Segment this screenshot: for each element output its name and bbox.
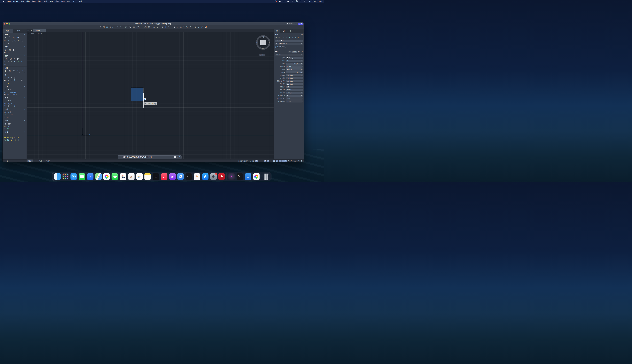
thickness-tool-icon[interactable]: ↕ <box>14 102 16 104</box>
space-dropdown[interactable]: 模型空间 ▼ <box>275 54 302 56</box>
section-header-text[interactable]: ▼文字⚙ <box>4 86 26 88</box>
menu-item-6[interactable]: 绘图 <box>54 0 60 2</box>
share-command-icon[interactable] <box>179 156 180 158</box>
insert-block-tool-icon[interactable]: ▭❐ <box>8 57 12 60</box>
gear-icon[interactable]: ⚙ <box>24 86 26 87</box>
oblique-tool-icon[interactable]: ╳ <box>14 105 16 107</box>
autoscale-toggle[interactable]: ♙ <box>287 160 290 162</box>
check-dimension-tool-icon[interactable]: ✔ <box>10 105 13 107</box>
show-layer-list[interactable]: ❯ 显示图层列表 <box>274 45 304 49</box>
linear-parameter-tool-icon[interactable]: ⊢ <box>4 133 7 136</box>
undo-icon[interactable]: ↶ <box>117 26 118 28</box>
menu-item-8[interactable]: 修改 <box>66 0 72 2</box>
rotation-parameter-tool-icon[interactable]: ↻↔ <box>14 137 16 139</box>
page-setup-icon[interactable]: ▤✎ <box>136 26 140 28</box>
save-icon[interactable]: ▦ <box>106 26 108 28</box>
replace-block-tool-icon[interactable]: ⇄ <box>4 64 6 66</box>
prop-field-color[interactable]: ByLayer▼ <box>286 57 302 59</box>
print-icon[interactable]: ▤ <box>125 26 127 28</box>
prop-field-linetype[interactable]: ByLayer▼ <box>286 62 302 65</box>
wcs-menu[interactable]: WCS ▽ <box>259 54 266 56</box>
isometric-drafting-toggle[interactable]: ∡ <box>278 160 281 162</box>
chamfer-tool-icon[interactable]: ⊠ <box>20 79 22 81</box>
menu-item-9[interactable]: 窗口 <box>72 0 78 2</box>
title-bar[interactable]: Autodesk AutoCAD 2024 - 未注册版 Drawing1.dw… <box>2 22 304 25</box>
viewport-menu-button[interactable]: + <box>28 33 29 34</box>
tool-list-button[interactable]: ≣ <box>6 160 8 162</box>
new-tab-button[interactable]: + <box>30 29 33 32</box>
prop-field-table-style[interactable]: Standard▼ <box>286 83 302 85</box>
display-icon[interactable] <box>287 1 289 2</box>
section-header-block[interactable]: ▼图块⚙ <box>4 55 26 57</box>
layout-tab-model[interactable]: 模型 <box>26 160 33 162</box>
command-line[interactable]: >_ ▾ 指定对角点或 [栏选(F)/圈围(WP)/圈交(CP)]: ? ▴ <box>118 156 182 159</box>
drawing-compare-icon[interactable]: ◧ <box>195 26 196 28</box>
trim-tool-icon[interactable]: ✂ <box>17 70 20 72</box>
filter-mine[interactable]: 我的 <box>292 50 297 53</box>
arc-tool-icon[interactable]: ⌒ <box>8 36 12 39</box>
multiline-text-tool-icon[interactable]: A <box>4 88 7 91</box>
object-snap-toggle[interactable]: ⊞ <box>267 160 269 162</box>
lock-dimension-tool-icon[interactable]: ↔▣ <box>10 137 13 139</box>
polyline-tool-icon[interactable]: ∿ <box>7 39 9 41</box>
line-tool-icon[interactable]: ╱ <box>4 36 7 39</box>
move-tool-icon[interactable]: ✛ <box>4 70 7 72</box>
gear-icon[interactable]: ⚙ <box>24 55 26 57</box>
align-tool-icon[interactable]: ▭ <box>10 79 13 81</box>
detach-panel-icon[interactable]: ⇥ <box>301 51 302 52</box>
section-header-leader[interactable]: ▼引线⚙ <box>4 108 26 110</box>
dock-autocad[interactable]: ACAD <box>218 173 225 180</box>
scale-tool-icon[interactable]: ⊟ <box>7 79 9 81</box>
table-export-tool-icon[interactable]: S▤ <box>4 125 6 127</box>
menu-item-5[interactable]: 工具 <box>48 0 54 2</box>
search-icon[interactable] <box>300 0 302 2</box>
match-properties-tool-icon[interactable]: ⊥ <box>7 82 9 84</box>
tab-modeling[interactable]: 建模 <box>13 29 24 32</box>
gear-icon[interactable]: ⚙ <box>24 120 26 122</box>
dock-system-settings[interactable]: ⚙1 <box>210 173 217 180</box>
align-leaders-tool-icon[interactable]: ↗│ <box>7 114 9 116</box>
dock-keynote[interactable]: ▤ <box>245 173 252 180</box>
gear-icon[interactable]: ⚙ <box>24 46 26 48</box>
tab-layers[interactable]: ≣ <box>274 29 280 32</box>
tab-references[interactable]: ❏ <box>280 29 287 32</box>
array-tool-icon[interactable]: ▦ <box>4 74 7 76</box>
revision-cloud-tool-icon[interactable]: ▭ <box>20 39 22 41</box>
slider-handle[interactable] <box>287 72 287 73</box>
collapse-palette-button[interactable]: « <box>24 29 26 32</box>
tab-overview-icon[interactable] <box>27 29 30 32</box>
layer-off-icon[interactable]: ◍ <box>292 37 294 39</box>
cloud-storage-icon[interactable]: ☁ <box>205 26 207 28</box>
sync-attributes-tool-icon[interactable]: ↻ <box>17 60 19 62</box>
collect-leaders-tool-icon[interactable]: ↗⚡ <box>10 114 13 116</box>
prop-field-plot-style[interactable]: ByLayer▼ <box>286 92 302 94</box>
new-layout-button[interactable]: + <box>33 160 37 162</box>
arc-3point-tool-icon[interactable]: ◡ <box>4 39 6 41</box>
selection-cycling-toggle[interactable]: ◎ <box>276 160 278 162</box>
dock-calendar[interactable]: 7月30 <box>120 173 126 180</box>
section-header-table[interactable]: ▼表格⚙ <box>4 120 26 122</box>
dock-finder[interactable]: ‿ <box>54 173 61 180</box>
workspace-switch-icon[interactable]: ❖ <box>298 160 300 162</box>
dim-parameter-on-tool-icon[interactable]: ↔◍ <box>17 137 19 139</box>
help-icon[interactable]: ? <box>174 156 176 158</box>
dock-photos[interactable] <box>104 173 110 180</box>
rectangle-tool-icon[interactable]: ▭ <box>17 36 20 39</box>
section-header-draw[interactable]: ▼绘图⚙ <box>4 34 26 36</box>
dock-podcasts[interactable]: ◉ <box>169 173 176 180</box>
dock-music[interactable]: ♫ <box>161 173 168 180</box>
dock-safari[interactable] <box>70 173 77 180</box>
prop-field-dim-style[interactable]: Standard▼ <box>286 77 302 79</box>
upload-web-icon[interactable]: ⊕ <box>156 26 158 28</box>
offset-tool-icon[interactable]: ⊂ <box>10 77 13 79</box>
expand-command-icon[interactable]: ▴ <box>177 156 178 158</box>
auto-constrain-tool-icon[interactable]: ◨⚡ <box>4 137 6 139</box>
prop-field-text-style[interactable]: Standard▼ <box>286 74 302 76</box>
settings-gear-icon[interactable]: ⚙ <box>300 160 303 162</box>
inspect-dimension-tool-icon[interactable]: ◱ <box>7 105 9 107</box>
add-leader-tool-icon[interactable]: +↗ <box>4 114 6 116</box>
annotation-scale-flag-toggle[interactable]: ♙ <box>290 160 292 162</box>
prop-field-lineweight[interactable]: ByLayer▼ <box>286 68 302 70</box>
ortho-mode-toggle[interactable]: ∟ <box>261 160 264 162</box>
add-tool-set-button[interactable]: + <box>4 160 5 162</box>
